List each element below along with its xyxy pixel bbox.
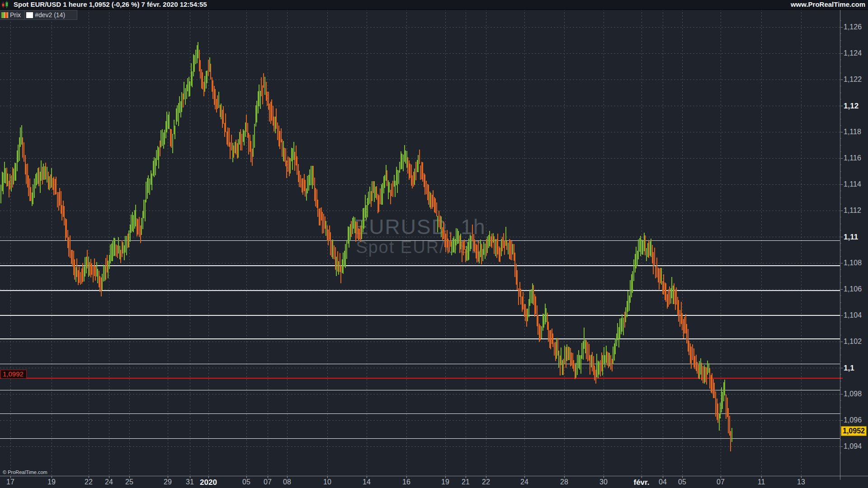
dev2-indicator-icon	[26, 12, 33, 18]
legend-price-label: Prix	[10, 11, 21, 19]
title-bar: Spot EUR/USD 1 heure 1,0952 (-0,26 %) 7 …	[0, 0, 868, 10]
chart-legend: Prix #dev2 (14)	[0, 10, 77, 20]
legend-item-dev2[interactable]: #dev2 (14)	[25, 11, 77, 19]
price-bars-icon	[1, 12, 8, 18]
alert-price-label: 1,0992	[0, 370, 27, 379]
last-price-label: 1,0952	[841, 426, 867, 436]
legend-item-price[interactable]: Prix	[0, 11, 25, 19]
candlestick-chart-icon	[1, 1, 9, 9]
chart-title: Spot EUR/USD 1 heure 1,0952 (-0,26 %) 7 …	[14, 0, 207, 8]
trading-app-window: EURUSD, 1h Spot EUR/USD 1,1261,1241,1221…	[0, 0, 868, 488]
website-label: www.ProRealTime.com	[791, 0, 865, 8]
price-chart-canvas[interactable]	[0, 0, 868, 488]
legend-dev2-label: #dev2 (14)	[35, 11, 65, 19]
copyright-label: © ProRealTime.com	[3, 469, 47, 475]
